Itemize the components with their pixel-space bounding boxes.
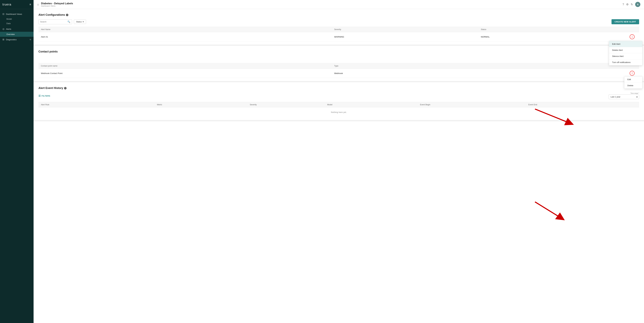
time-range-box: Time range * Last 1 year Last 6 months L… — [608, 92, 639, 99]
contact-name-cell: Webhook Contact Point — [41, 72, 334, 74]
sidebar-alerts-label: Alerts — [6, 28, 11, 30]
header-title-block: Diabetes - Delayed Labels Dashboard / Al… — [41, 2, 73, 7]
event-begin-col-header: Event Begin — [420, 104, 528, 106]
empty-state-text: Nothing here yet. — [38, 108, 639, 117]
external-link-icon: ⧉ — [30, 38, 31, 40]
sidebar-dashboard-section: ⊟ Dashboard Views Model Data — [0, 9, 34, 26]
hamburger-icon[interactable]: ≡ — [30, 3, 31, 6]
contact-points-section: Contact points ADD CONTACT POINT Contact… — [34, 46, 644, 82]
alerts-icon: ◎ — [2, 28, 4, 30]
sidebar-item-model[interactable]: Model — [0, 17, 34, 21]
contact-header-row: ADD CONTACT POINT — [38, 56, 639, 61]
chevron-down-icon: ▾ — [83, 20, 84, 23]
home-icon[interactable]: ⌂ — [37, 3, 39, 6]
alert-event-history-title: Alert Event History i — [38, 86, 639, 90]
alert-actions-cell: ⋮ — [628, 34, 637, 39]
search-box: 🔍 — [38, 20, 72, 24]
time-range-select[interactable]: Last 1 year Last 6 months Last 3 months … — [608, 94, 639, 99]
history-severity-col-header: Severity — [250, 104, 327, 106]
type-col-header: Type — [334, 65, 628, 67]
diagnostics-icon: ⊞ — [2, 38, 4, 41]
sidebar-item-overview[interactable]: Overview — [0, 32, 34, 37]
contact-actions-cell: ⋮ — [628, 71, 637, 76]
contact-more-options-button[interactable]: ⋮ — [630, 71, 634, 76]
severity-col-header: Severity — [334, 28, 481, 30]
content-area: Alert Configurations i 🔍 Status ▾ CREATE… — [34, 9, 644, 323]
filters-button[interactable]: ☰ FILTERS — [38, 94, 50, 97]
contact-points-title: Contact points — [38, 50, 639, 53]
sidebar-item-diagnostics[interactable]: ⊞ Diagnostics ⧉ — [0, 37, 34, 42]
sidebar-logo: truera ≡ — [0, 0, 34, 9]
alert-table-header: Alert Name Severity Status — [38, 27, 639, 32]
alert-rule-col-header: Alert Rule — [41, 104, 157, 106]
sidebar-item-alerts[interactable]: ◎ Alerts — [0, 26, 34, 32]
sidebar: truera ≡ ⊟ Dashboard Views Model Data ◎ … — [0, 0, 34, 323]
search-input[interactable] — [40, 20, 68, 23]
filter-bar: 🔍 Status ▾ CREATE NEW ALERT — [38, 19, 639, 24]
delete-alert-menu-item[interactable]: Delete Alert — [609, 47, 642, 53]
header-right: ? ⚙ ↻ A — [622, 2, 640, 7]
silence-alert-menu-item[interactable]: Silence Alert — [609, 53, 642, 59]
time-range-wrapper: Last 1 year Last 6 months Last 3 months … — [608, 94, 639, 99]
breadcrumb: Dashboard / Alerts — [41, 5, 73, 7]
contact-name-col-header: Contact point name — [41, 65, 334, 67]
page-title: Diabetes - Delayed Labels — [41, 2, 73, 5]
metric-col-header: Metric — [157, 104, 250, 106]
status-filter-button[interactable]: Status ▾ — [74, 20, 86, 24]
filters-row: ☰ FILTERS Time range * Last 1 year Last … — [38, 92, 639, 99]
alert-event-history-section: Alert Event History i ☰ FILTERS Time ran… — [34, 82, 644, 121]
status-col-header: Status — [481, 28, 628, 30]
event-end-col-header: Event End — [528, 104, 637, 106]
contact-table-header: Contact point name Type — [38, 63, 639, 69]
alert-config-info-icon[interactable]: i — [66, 14, 68, 16]
actions-col-header — [628, 28, 637, 30]
alert-more-options-button[interactable]: ⋮ — [630, 34, 634, 39]
sidebar-item-data[interactable]: Data — [0, 21, 34, 26]
status-cell: NORMAL — [481, 36, 628, 38]
help-button[interactable]: ? — [622, 3, 624, 6]
severity-cell: WARNING — [334, 36, 481, 38]
sidebar-item-dashboard-views[interactable]: ⊟ Dashboard Views — [0, 11, 34, 17]
contact-dropdown-menu: Edit Delete — [624, 76, 642, 89]
alert-name-col-header: Alert Name — [41, 28, 334, 30]
search-icon: 🔍 — [68, 20, 70, 23]
header: ⌂ Diabetes - Delayed Labels Dashboard / … — [34, 0, 644, 9]
type-cell: Webhook — [334, 72, 628, 74]
table-row: Webhook Contact Point Webhook ⋮ — [38, 69, 639, 78]
delete-contact-menu-item[interactable]: Delete — [624, 82, 642, 88]
app-logo: truera — [2, 3, 11, 6]
avatar[interactable]: A — [635, 2, 640, 7]
turn-off-notifications-menu-item[interactable]: Turn off notifications — [609, 59, 642, 65]
alert-history-info-icon[interactable]: i — [64, 87, 66, 90]
history-table-header: Alert Rule Metric Severity Model Event B… — [38, 102, 639, 108]
edit-alert-menu-item[interactable]: Edit Alert — [609, 41, 642, 47]
model-col-header: Model — [327, 104, 420, 106]
alert-configurations-title: Alert Configurations i — [38, 13, 639, 16]
header-left: ⌂ Diabetes - Delayed Labels Dashboard / … — [37, 2, 73, 7]
main-content: ⌂ Diabetes - Delayed Labels Dashboard / … — [34, 0, 644, 323]
table-row: Alert #1 WARNING NORMAL ⋮ — [38, 32, 639, 42]
dashboard-icon: ⊟ — [2, 13, 4, 16]
create-alert-button[interactable]: CREATE NEW ALERT — [612, 19, 639, 24]
filter-icon: ☰ — [38, 94, 41, 97]
alert-dropdown-menu: Edit Alert Delete Alert Silence Alert Tu… — [609, 41, 642, 66]
main-wrapper: ⌂ Diabetes - Delayed Labels Dashboard / … — [34, 0, 644, 323]
alert-name-cell: Alert #1 — [41, 36, 334, 38]
sidebar-diagnostics-label: Diagnostics — [6, 38, 17, 41]
alert-configurations-section: Alert Configurations i 🔍 Status ▾ CREATE… — [34, 9, 644, 46]
edit-contact-menu-item[interactable]: Edit — [624, 76, 642, 82]
refresh-button[interactable]: ↻ — [631, 3, 633, 6]
time-range-label: Time range * — [630, 92, 639, 94]
sidebar-dashboard-label: Dashboard Views — [6, 13, 22, 15]
settings-button[interactable]: ⚙ — [626, 3, 628, 6]
